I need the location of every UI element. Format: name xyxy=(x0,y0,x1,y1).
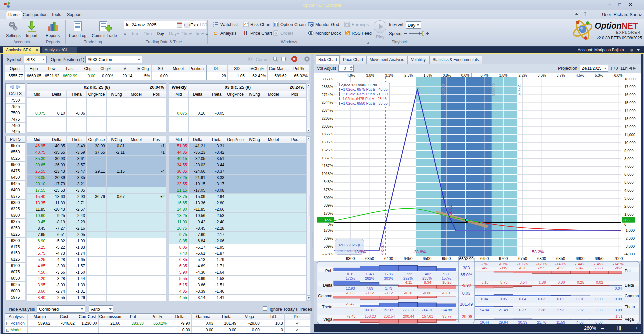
svg-text:-0.02: -0.02 xyxy=(595,280,603,284)
svg-text:1,000: 1,000 xyxy=(624,212,634,216)
svg-text:1018%: 1018% xyxy=(322,172,333,176)
svg-text:2.2%: 2.2% xyxy=(518,73,527,77)
svg-text:+2 02dic. 6375 Put Δ -13.60: +2 02dic. 6375 Put Δ -13.60 xyxy=(341,92,388,96)
svg-text:-45: -45 xyxy=(482,266,487,270)
svg-text:-395: -395 xyxy=(500,266,507,270)
svg-text:6470.77: 6470.77 xyxy=(416,83,420,96)
svg-text:2.93: 2.93 xyxy=(557,308,564,312)
svg-text:-0.08: -0.08 xyxy=(346,291,354,295)
svg-text:1785: 1785 xyxy=(385,272,393,276)
svg-text:+1 02dic. 6575 Put Δ -40.85: +1 02dic. 6575 Put Δ -40.85 xyxy=(341,87,388,91)
svg-text:172%: 172% xyxy=(346,276,355,280)
svg-text:6700: 6700 xyxy=(499,256,508,261)
svg-text:2205%: 2205% xyxy=(322,116,333,120)
svg-text:-93.77: -93.77 xyxy=(441,314,451,318)
svg-text:6500: 6500 xyxy=(423,256,432,261)
svg-text:106.03: 106.03 xyxy=(364,308,375,312)
svg-text:12,000: 12,000 xyxy=(624,125,636,129)
svg-text:2.38: 2.38 xyxy=(538,308,545,312)
svg-text:10,000: 10,000 xyxy=(624,141,636,145)
svg-text:29.64: 29.64 xyxy=(499,320,508,324)
svg-text:1015: 1015 xyxy=(346,272,354,276)
svg-text:17,000: 17,000 xyxy=(624,85,636,89)
svg-text:-847: -847 xyxy=(576,266,584,270)
svg-text:192.09: 192.09 xyxy=(383,308,394,312)
svg-text:-759: -759 xyxy=(538,266,545,270)
svg-text:6650: 6650 xyxy=(480,256,489,261)
svg-text:PnL: PnL xyxy=(325,269,333,273)
svg-text:1187%: 1187% xyxy=(322,164,333,168)
svg-text:1402: 1402 xyxy=(423,272,431,276)
svg-text:-129%: -129% xyxy=(536,262,547,266)
svg-text:0.00: 0.00 xyxy=(615,297,622,301)
svg-text:2,000: 2,000 xyxy=(624,204,634,208)
svg-text:-158.23: -158.23 xyxy=(363,314,376,318)
svg-text:-1.6%: -1.6% xyxy=(422,73,432,77)
svg-text:214.01: 214.01 xyxy=(421,308,433,312)
svg-text:PnL: PnL xyxy=(625,269,632,273)
svg-text:8,000: 8,000 xyxy=(624,157,634,161)
svg-text:+1 02dic. 6550 Put Δ -35.55: +1 02dic. 6550 Put Δ -35.55 xyxy=(341,101,388,105)
svg-text:-145%: -145% xyxy=(594,262,604,266)
svg-text:14,000: 14,000 xyxy=(624,109,636,113)
svg-text:6,000: 6,000 xyxy=(624,172,634,176)
svg-text:-145%: -145% xyxy=(613,262,624,266)
svg-text:12.93: 12.93 xyxy=(346,286,355,290)
svg-text:18,000: 18,000 xyxy=(624,77,636,81)
svg-text:848%: 848% xyxy=(324,180,333,184)
svg-text:6536.88: 6536.88 xyxy=(441,83,445,96)
svg-text:-29.08: -29.08 xyxy=(460,314,472,319)
svg-text:02/12/2025 (0): 02/12/2025 (0) xyxy=(338,243,363,247)
svg-text:28.6%: 28.6% xyxy=(414,250,426,254)
svg-text:1.73: 1.73 xyxy=(385,286,392,290)
svg-text:-67%: -67% xyxy=(499,262,508,266)
svg-text:6602.99: 6602.99 xyxy=(459,257,474,261)
svg-text:2374%: 2374% xyxy=(322,108,333,112)
svg-text:-509%: -509% xyxy=(322,244,333,248)
svg-text:3.93: 3.93 xyxy=(595,308,602,312)
svg-text:0.03: 0.03 xyxy=(462,291,470,296)
svg-text:58.2%: 58.2% xyxy=(532,250,544,254)
svg-text:0.05: 0.05 xyxy=(500,297,507,301)
svg-text:Σ: Σ xyxy=(214,31,217,36)
svg-text:21.76: 21.76 xyxy=(537,320,546,324)
svg-text:Vega: Vega xyxy=(323,317,333,322)
svg-text:383: 383 xyxy=(623,218,629,222)
svg-text:1357%: 1357% xyxy=(322,156,333,160)
svg-text:3.92: 3.92 xyxy=(576,308,583,312)
svg-text:262%: 262% xyxy=(365,276,374,280)
svg-text:0.04: 0.04 xyxy=(519,297,526,301)
svg-text:5,000: 5,000 xyxy=(624,180,634,184)
svg-text:-8%: -8% xyxy=(481,262,488,266)
svg-text:-4,000: -4,000 xyxy=(624,252,635,256)
svg-text:0.01: 0.01 xyxy=(576,297,583,301)
svg-text:3,000: 3,000 xyxy=(624,196,634,200)
svg-text:0.0%: 0.0% xyxy=(461,73,469,77)
svg-text:170%: 170% xyxy=(324,211,333,215)
svg-text:-626: -626 xyxy=(519,266,526,270)
svg-text:6735.21: 6735.21 xyxy=(517,83,521,96)
svg-text:6.37: 6.37 xyxy=(519,308,526,312)
svg-text:6950: 6950 xyxy=(595,256,604,261)
svg-text:1696%: 1696% xyxy=(322,140,333,144)
svg-text:-157.61: -157.61 xyxy=(421,314,433,318)
svg-text:65.0%: 65.0% xyxy=(460,273,472,277)
svg-text:-853: -853 xyxy=(595,266,603,270)
svg-text:6400: 6400 xyxy=(384,256,393,261)
svg-text:509%: 509% xyxy=(324,196,333,200)
svg-text:65%: 65% xyxy=(325,218,332,222)
svg-text:3.7%: 3.7% xyxy=(556,73,565,77)
svg-text:15,000: 15,000 xyxy=(624,101,636,105)
svg-text:339%: 339% xyxy=(324,203,333,207)
svg-text:-9.90: -9.90 xyxy=(462,283,471,288)
svg-text:0.7%: 0.7% xyxy=(480,73,488,77)
svg-text:2,523.42 Realized PnL: 2,523.42 Realized PnL xyxy=(341,83,378,87)
svg-text:-4 02dic. 6475 Put Δ -23.43: -4 02dic. 6475 Put Δ -23.43 xyxy=(341,97,387,101)
svg-text:0%: 0% xyxy=(328,222,333,226)
svg-text:383: 383 xyxy=(463,266,470,270)
svg-text:-4.6%: -4.6% xyxy=(346,73,355,77)
svg-text:-0.8%: -0.8% xyxy=(442,73,451,77)
svg-text:-200.44: -200.44 xyxy=(402,314,414,318)
svg-text:927: 927 xyxy=(443,272,449,276)
svg-text:13.3%: 13.3% xyxy=(354,250,366,254)
